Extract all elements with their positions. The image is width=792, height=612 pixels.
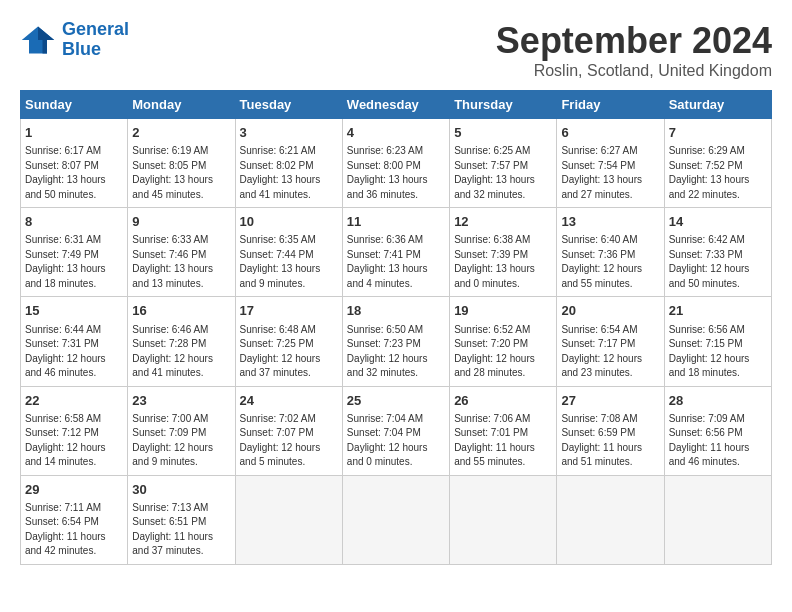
day-info: Sunrise: 7:11 AM Sunset: 6:54 PM Dayligh… [25,501,123,559]
table-row: 10Sunrise: 6:35 AM Sunset: 7:44 PM Dayli… [235,208,342,297]
header: General Blue September 2024 Roslin, Scot… [20,20,772,80]
table-row: 28Sunrise: 7:09 AM Sunset: 6:56 PM Dayli… [664,386,771,475]
day-info: Sunrise: 6:17 AM Sunset: 8:07 PM Dayligh… [25,144,123,202]
day-number: 24 [240,392,338,410]
day-info: Sunrise: 7:08 AM Sunset: 6:59 PM Dayligh… [561,412,659,470]
day-info: Sunrise: 6:29 AM Sunset: 7:52 PM Dayligh… [669,144,767,202]
table-row: 12Sunrise: 6:38 AM Sunset: 7:39 PM Dayli… [450,208,557,297]
table-row: 14Sunrise: 6:42 AM Sunset: 7:33 PM Dayli… [664,208,771,297]
title-block: September 2024 Roslin, Scotland, United … [496,20,772,80]
table-row: 17Sunrise: 6:48 AM Sunset: 7:25 PM Dayli… [235,297,342,386]
calendar-subtitle: Roslin, Scotland, United Kingdom [496,62,772,80]
col-tuesday: Tuesday [235,91,342,119]
table-row: 18Sunrise: 6:50 AM Sunset: 7:23 PM Dayli… [342,297,449,386]
table-row: 27Sunrise: 7:08 AM Sunset: 6:59 PM Dayli… [557,386,664,475]
day-info: Sunrise: 6:35 AM Sunset: 7:44 PM Dayligh… [240,233,338,291]
day-number: 4 [347,124,445,142]
day-number: 18 [347,302,445,320]
day-number: 2 [132,124,230,142]
col-sunday: Sunday [21,91,128,119]
col-wednesday: Wednesday [342,91,449,119]
day-number: 9 [132,213,230,231]
table-row [557,475,664,564]
col-thursday: Thursday [450,91,557,119]
day-number: 17 [240,302,338,320]
day-number: 13 [561,213,659,231]
col-saturday: Saturday [664,91,771,119]
day-info: Sunrise: 7:09 AM Sunset: 6:56 PM Dayligh… [669,412,767,470]
day-info: Sunrise: 6:44 AM Sunset: 7:31 PM Dayligh… [25,323,123,381]
day-number: 19 [454,302,552,320]
day-number: 29 [25,481,123,499]
day-info: Sunrise: 7:13 AM Sunset: 6:51 PM Dayligh… [132,501,230,559]
day-number: 10 [240,213,338,231]
day-number: 16 [132,302,230,320]
day-info: Sunrise: 6:19 AM Sunset: 8:05 PM Dayligh… [132,144,230,202]
day-number: 3 [240,124,338,142]
day-number: 30 [132,481,230,499]
day-info: Sunrise: 6:42 AM Sunset: 7:33 PM Dayligh… [669,233,767,291]
day-number: 23 [132,392,230,410]
day-number: 21 [669,302,767,320]
day-info: Sunrise: 7:04 AM Sunset: 7:04 PM Dayligh… [347,412,445,470]
day-info: Sunrise: 6:54 AM Sunset: 7:17 PM Dayligh… [561,323,659,381]
table-row: 15Sunrise: 6:44 AM Sunset: 7:31 PM Dayli… [21,297,128,386]
table-row: 4Sunrise: 6:23 AM Sunset: 8:00 PM Daylig… [342,119,449,208]
day-number: 6 [561,124,659,142]
day-info: Sunrise: 6:50 AM Sunset: 7:23 PM Dayligh… [347,323,445,381]
day-info: Sunrise: 7:06 AM Sunset: 7:01 PM Dayligh… [454,412,552,470]
logo-text: General Blue [62,20,129,60]
day-info: Sunrise: 6:33 AM Sunset: 7:46 PM Dayligh… [132,233,230,291]
week-row: 8Sunrise: 6:31 AM Sunset: 7:49 PM Daylig… [21,208,772,297]
day-number: 14 [669,213,767,231]
table-row: 11Sunrise: 6:36 AM Sunset: 7:41 PM Dayli… [342,208,449,297]
day-info: Sunrise: 6:31 AM Sunset: 7:49 PM Dayligh… [25,233,123,291]
day-info: Sunrise: 6:23 AM Sunset: 8:00 PM Dayligh… [347,144,445,202]
table-row: 24Sunrise: 7:02 AM Sunset: 7:07 PM Dayli… [235,386,342,475]
day-number: 12 [454,213,552,231]
table-row: 16Sunrise: 6:46 AM Sunset: 7:28 PM Dayli… [128,297,235,386]
table-row: 9Sunrise: 6:33 AM Sunset: 7:46 PM Daylig… [128,208,235,297]
table-row: 29Sunrise: 7:11 AM Sunset: 6:54 PM Dayli… [21,475,128,564]
table-row: 23Sunrise: 7:00 AM Sunset: 7:09 PM Dayli… [128,386,235,475]
table-row: 22Sunrise: 6:58 AM Sunset: 7:12 PM Dayli… [21,386,128,475]
day-number: 8 [25,213,123,231]
day-info: Sunrise: 6:36 AM Sunset: 7:41 PM Dayligh… [347,233,445,291]
day-number: 22 [25,392,123,410]
table-row [235,475,342,564]
day-info: Sunrise: 6:27 AM Sunset: 7:54 PM Dayligh… [561,144,659,202]
table-row: 5Sunrise: 6:25 AM Sunset: 7:57 PM Daylig… [450,119,557,208]
day-number: 15 [25,302,123,320]
logo: General Blue [20,20,129,60]
day-info: Sunrise: 7:00 AM Sunset: 7:09 PM Dayligh… [132,412,230,470]
table-row: 7Sunrise: 6:29 AM Sunset: 7:52 PM Daylig… [664,119,771,208]
day-number: 26 [454,392,552,410]
table-row: 1Sunrise: 6:17 AM Sunset: 8:07 PM Daylig… [21,119,128,208]
week-row: 15Sunrise: 6:44 AM Sunset: 7:31 PM Dayli… [21,297,772,386]
table-row: 2Sunrise: 6:19 AM Sunset: 8:05 PM Daylig… [128,119,235,208]
day-info: Sunrise: 6:40 AM Sunset: 7:36 PM Dayligh… [561,233,659,291]
col-friday: Friday [557,91,664,119]
day-number: 27 [561,392,659,410]
table-row: 21Sunrise: 6:56 AM Sunset: 7:15 PM Dayli… [664,297,771,386]
table-row: 6Sunrise: 6:27 AM Sunset: 7:54 PM Daylig… [557,119,664,208]
calendar-table: Sunday Monday Tuesday Wednesday Thursday… [20,90,772,565]
day-number: 20 [561,302,659,320]
col-monday: Monday [128,91,235,119]
table-row [342,475,449,564]
day-info: Sunrise: 6:56 AM Sunset: 7:15 PM Dayligh… [669,323,767,381]
table-row: 13Sunrise: 6:40 AM Sunset: 7:36 PM Dayli… [557,208,664,297]
day-info: Sunrise: 6:46 AM Sunset: 7:28 PM Dayligh… [132,323,230,381]
day-info: Sunrise: 6:52 AM Sunset: 7:20 PM Dayligh… [454,323,552,381]
table-row: 30Sunrise: 7:13 AM Sunset: 6:51 PM Dayli… [128,475,235,564]
table-row: 25Sunrise: 7:04 AM Sunset: 7:04 PM Dayli… [342,386,449,475]
calendar-title: September 2024 [496,20,772,62]
table-row: 8Sunrise: 6:31 AM Sunset: 7:49 PM Daylig… [21,208,128,297]
day-number: 1 [25,124,123,142]
table-row [664,475,771,564]
day-info: Sunrise: 6:38 AM Sunset: 7:39 PM Dayligh… [454,233,552,291]
day-number: 25 [347,392,445,410]
table-row: 26Sunrise: 7:06 AM Sunset: 7:01 PM Dayli… [450,386,557,475]
day-info: Sunrise: 6:21 AM Sunset: 8:02 PM Dayligh… [240,144,338,202]
header-row: Sunday Monday Tuesday Wednesday Thursday… [21,91,772,119]
